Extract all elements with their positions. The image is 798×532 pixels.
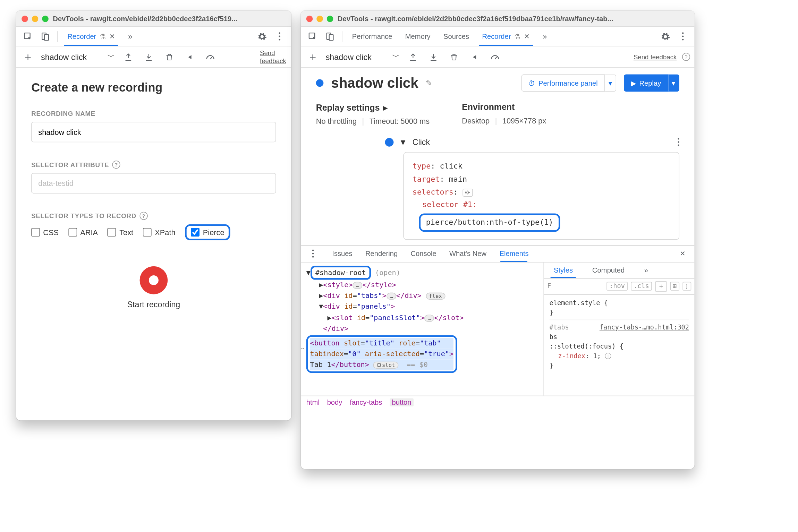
kebab-icon[interactable] xyxy=(305,246,321,261)
speed-icon[interactable] xyxy=(203,49,218,65)
selected-dom-node[interactable]: <button slot="title" role="tab" xyxy=(310,338,454,349)
checkbox-xpath[interactable]: XPath xyxy=(143,228,175,237)
filter-input[interactable]: F xyxy=(547,283,603,290)
close-icon[interactable]: ✕ xyxy=(675,246,690,261)
performance-panel-dropdown[interactable]: ▾ xyxy=(605,74,616,92)
env-device: Desktop xyxy=(462,117,490,125)
recording-status-dot xyxy=(316,79,324,87)
add-recording-icon[interactable]: ＋ xyxy=(20,49,36,65)
selector-attribute-input[interactable] xyxy=(31,173,276,194)
delete-icon[interactable] xyxy=(162,49,177,65)
tab-styles[interactable]: Styles xyxy=(548,263,578,278)
step-over-icon[interactable] xyxy=(467,49,482,65)
recording-title: shadow click xyxy=(331,75,418,91)
step-header[interactable]: ▼ Click xyxy=(316,137,679,146)
more-tabs-icon[interactable]: » xyxy=(122,29,138,44)
tab-recorder[interactable]: Recorder⚗✕ xyxy=(477,27,535,46)
delete-icon[interactable] xyxy=(447,49,462,65)
add-rule-icon[interactable]: ＋ xyxy=(655,281,667,292)
close-icon[interactable]: ✕ xyxy=(109,32,115,40)
source-link[interactable]: fancy-tabs-…mo.html:302 xyxy=(600,322,689,332)
crumb-fancy-tabs[interactable]: fancy-tabs xyxy=(350,398,382,406)
environment-label: Environment xyxy=(462,102,546,112)
inspect-icon[interactable] xyxy=(20,29,36,44)
crumb-body[interactable]: body xyxy=(327,398,342,406)
edit-icon[interactable]: ✎ xyxy=(426,79,432,87)
selector-attribute-label: SELECTOR ATTRIBUTE? xyxy=(31,161,276,169)
import-icon[interactable] xyxy=(426,49,441,65)
recorder-toolbar: ＋ shadow click ﹀ Send feedback ? xyxy=(301,46,694,68)
gear-icon[interactable] xyxy=(255,29,270,44)
tab-console[interactable]: Console xyxy=(409,246,437,262)
export-icon[interactable] xyxy=(121,49,136,65)
chevron-down-icon: ﹀ xyxy=(107,52,115,62)
start-recording-button[interactable] xyxy=(140,266,168,294)
selector-types-label: SELECTOR TYPES TO RECORD? xyxy=(31,212,276,220)
crumb-html[interactable]: html xyxy=(306,398,320,406)
flask-icon: ⚗ xyxy=(514,32,521,40)
chevron-down-icon: ﹀ xyxy=(392,52,400,62)
recording-select[interactable]: shadow click ﹀ xyxy=(41,52,116,62)
speed-icon[interactable] xyxy=(487,49,503,65)
crumb-button[interactable]: button xyxy=(390,398,414,406)
inspect-selector-icon[interactable]: ⯐ xyxy=(462,188,473,196)
flask-icon: ⚗ xyxy=(100,32,106,40)
help-icon[interactable]: ? xyxy=(682,53,690,61)
recording-header: shadow click ✎ ⏱Performance panel ▾ ▶Rep… xyxy=(301,68,694,98)
svg-rect-2 xyxy=(44,34,49,40)
cls-toggle[interactable]: .cls xyxy=(631,282,652,291)
replay-settings-toggle[interactable]: Replay settings▸ xyxy=(316,102,430,113)
tab-recorder[interactable]: Recorder ⚗ ✕ xyxy=(62,27,121,46)
tab-rendering[interactable]: Rendering xyxy=(364,246,399,262)
tab-issues[interactable]: Issues xyxy=(331,246,354,262)
send-feedback-link[interactable]: Send feedback xyxy=(634,53,677,61)
checkbox-aria[interactable]: ARIA xyxy=(68,228,98,237)
checkbox-css[interactable]: CSS xyxy=(31,228,59,237)
checkbox-text[interactable]: Text xyxy=(108,228,133,237)
window-titlebar: DevTools - rawgit.com/ebidel/2d2bb0cdec3… xyxy=(16,11,291,27)
replay-dropdown[interactable]: ▾ xyxy=(668,74,679,92)
device-icon[interactable] xyxy=(322,29,338,44)
page-heading: Create a new recording xyxy=(31,81,276,95)
tab-elements[interactable]: Elements xyxy=(498,246,529,262)
more-tabs-icon[interactable]: » xyxy=(639,263,654,278)
import-icon[interactable] xyxy=(141,49,156,65)
replay-button[interactable]: ▶Replay xyxy=(623,74,668,92)
flex-editor-icon[interactable]: ⊞ xyxy=(670,282,679,291)
add-recording-icon[interactable]: ＋ xyxy=(305,49,321,65)
tab-computed[interactable]: Computed xyxy=(587,263,630,278)
tab-whats-new[interactable]: What's New xyxy=(448,246,487,262)
kebab-icon[interactable] xyxy=(272,29,287,44)
window-title: DevTools - rawgit.com/ebidel/2d2bb0cdec3… xyxy=(338,15,689,23)
svg-rect-5 xyxy=(329,34,333,40)
layout-icon[interactable]: ⫿ xyxy=(682,282,691,291)
kebab-icon[interactable] xyxy=(675,29,690,44)
tab-sources[interactable]: Sources xyxy=(438,27,474,46)
help-icon[interactable]: ? xyxy=(112,161,120,169)
tab-memory[interactable]: Memory xyxy=(400,27,436,46)
hov-toggle[interactable]: :hov xyxy=(606,282,627,291)
kebab-icon[interactable] xyxy=(678,138,679,146)
step-details: type: click target: main selectors: ⯐ se… xyxy=(403,152,679,240)
more-tabs-icon[interactable]: » xyxy=(537,29,553,44)
performance-panel-button[interactable]: ⏱Performance panel xyxy=(521,74,605,92)
dom-breadcrumbs[interactable]: html body fancy-tabs button xyxy=(301,396,694,409)
step-over-icon[interactable] xyxy=(182,49,197,65)
drawer-tabbar: Issues Rendering Console What's New Elem… xyxy=(301,245,694,263)
device-icon[interactable] xyxy=(38,29,53,44)
send-feedback-link[interactable]: Send feedback xyxy=(260,49,287,65)
close-icon[interactable]: ✕ xyxy=(524,32,530,40)
chevron-down-icon: ▼ xyxy=(399,137,407,146)
checkbox-pierce[interactable]: Pierce xyxy=(191,228,224,237)
inspect-icon[interactable] xyxy=(305,29,321,44)
recording-select[interactable]: shadow click ﹀ xyxy=(326,52,400,62)
gear-icon[interactable] xyxy=(658,29,673,44)
help-icon[interactable]: ? xyxy=(139,212,147,220)
recording-name-input[interactable] xyxy=(31,122,276,142)
export-icon[interactable] xyxy=(406,49,421,65)
recording-name-label: RECORDING NAME xyxy=(31,110,276,118)
play-icon: ▶ xyxy=(631,79,636,87)
tab-performance[interactable]: Performance xyxy=(347,27,398,46)
devtools-tabbar: Recorder ⚗ ✕ » xyxy=(16,27,291,46)
dom-tree[interactable]: ▼#shadow-root (open) ▶<style>…</style> ▶… xyxy=(301,263,543,396)
